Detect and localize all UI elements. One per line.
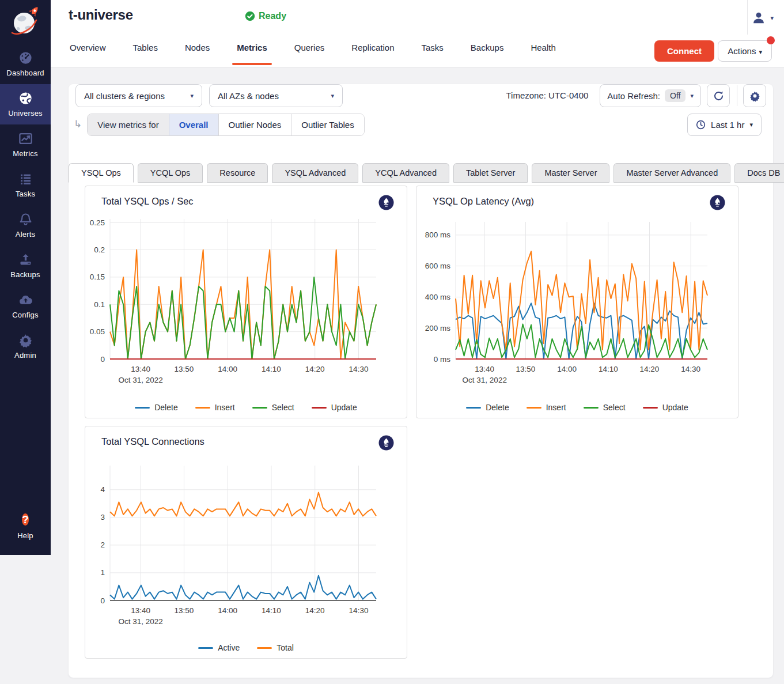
gauge-icon [0, 50, 51, 66]
sidebar-item-metrics[interactable]: Metrics [0, 124, 51, 165]
legend-item-active[interactable]: Active [198, 643, 240, 652]
chevron-down-icon: ▾ [759, 48, 762, 55]
svg-text:0.05: 0.05 [90, 327, 105, 336]
tab-metrics[interactable]: Metrics [236, 43, 268, 67]
svg-text:14:20: 14:20 [305, 365, 325, 373]
legend-item-delete[interactable]: Delete [135, 403, 177, 412]
svg-text:0 ms: 0 ms [434, 355, 451, 364]
chart-legend: ActiveTotal [85, 643, 407, 652]
legend-item-update[interactable]: Update [643, 403, 688, 412]
series-line-active [110, 576, 376, 599]
tab-master-server[interactable]: Master Server [532, 163, 609, 183]
legend-swatch [527, 407, 541, 409]
prometheus-icon[interactable] [710, 195, 725, 213]
tab-queries[interactable]: Queries [293, 43, 326, 67]
legend-item-delete[interactable]: Delete [466, 403, 509, 412]
list-icon [0, 171, 51, 187]
legend-swatch [584, 407, 599, 409]
chevron-down-icon: ▾ [331, 92, 334, 100]
chart-plot-area: 13:4013:5014:0014:1014:2014:30Oct 31, 20… [85, 186, 407, 418]
legend-item-update[interactable]: Update [312, 403, 357, 412]
svg-text:13:50: 13:50 [516, 365, 536, 373]
actions-button[interactable]: Actions▾ [718, 40, 772, 62]
time-range-select[interactable]: Last 1 hr ▾ [687, 114, 762, 136]
view-tab-outlier-nodes[interactable]: Outlier Nodes [218, 114, 291, 135]
chart-legend: DeleteInsertSelectUpdate [85, 403, 407, 412]
check-circle-icon [245, 11, 255, 21]
tab-ycql-ops[interactable]: YCQL Ops [138, 163, 203, 183]
refresh-button[interactable] [707, 84, 730, 107]
universe-nav: Overview Tables Nodes Metrics Queries Re… [69, 43, 557, 67]
view-tab-outlier-tables[interactable]: Outlier Tables [291, 114, 363, 135]
legend-item-select[interactable]: Select [584, 403, 626, 412]
view-tab-overall[interactable]: Overall [169, 114, 218, 135]
charts-grid: 13:4013:5014:0014:1014:2014:30Oct 31, 20… [85, 186, 753, 659]
tab-replication[interactable]: Replication [350, 43, 395, 67]
svg-text:14:00: 14:00 [557, 365, 577, 373]
sidebar-item-label: Dashboard [0, 69, 51, 77]
yugabyte-logo[interactable] [0, 0, 51, 44]
sidebar-item-label: Alerts [0, 230, 51, 239]
legend-label: Update [331, 403, 357, 412]
sidebar-item-universes[interactable]: Universes [0, 84, 51, 124]
tab-resource[interactable]: Resource [207, 163, 268, 183]
chevron-down-icon: ▾ [190, 92, 194, 100]
tab-nodes[interactable]: Nodes [184, 43, 211, 67]
toolbar-divider [737, 85, 737, 106]
timezone-label: Timezone: UTC-0400 [506, 84, 588, 107]
sidebar-item-dashboard[interactable]: Dashboard [0, 44, 51, 84]
cluster-region-value: All clusters & regions [84, 91, 165, 101]
sidebar-item-alerts[interactable]: Alerts [0, 205, 51, 245]
sidebar-item-help[interactable]: ? Help [0, 504, 51, 547]
time-range-value: Last 1 hr [711, 120, 744, 130]
chevron-down-icon: ▾ [749, 121, 753, 129]
svg-text:200 ms: 200 ms [425, 324, 451, 332]
legend-label: Delete [486, 403, 509, 412]
legend-item-insert[interactable]: Insert [195, 403, 235, 412]
settings-button[interactable] [743, 84, 766, 107]
legend-label: Update [662, 403, 688, 412]
status-badge: Ready [245, 11, 286, 21]
sidebar-item-label: Configs [0, 311, 51, 319]
chart-ysql-op-latency: 13:4013:5014:0014:1014:2014:30Oct 31, 20… [416, 186, 738, 418]
connect-button[interactable]: Connect [654, 40, 714, 62]
upload-icon [0, 252, 51, 268]
sidebar-item-admin[interactable]: Admin [0, 326, 51, 366]
svg-text:0.25: 0.25 [90, 218, 105, 227]
chart-title: YSQL Op Latency (Avg) [433, 196, 534, 207]
chart-icon [0, 131, 51, 147]
prometheus-icon[interactable] [378, 195, 394, 213]
help-icon: ? [22, 513, 29, 526]
tab-tables[interactable]: Tables [132, 43, 159, 67]
user-menu[interactable]: ▾ [751, 10, 774, 25]
sidebar-item-configs[interactable]: Configs [0, 286, 51, 326]
user-avatar-icon [751, 10, 766, 25]
chart-plot-area: 13:4013:5014:0014:1014:2014:30Oct 31, 20… [85, 426, 407, 658]
svg-text:0.15: 0.15 [90, 273, 105, 281]
tab-ysql-ops[interactable]: YSQL Ops [69, 163, 134, 183]
az-node-select[interactable]: All AZs & nodes ▾ [209, 84, 343, 107]
tab-tasks[interactable]: Tasks [421, 43, 445, 67]
cluster-region-select[interactable]: All clusters & regions ▾ [75, 84, 202, 107]
legend-label: Select [272, 403, 294, 412]
tab-ycql-advanced[interactable]: YCQL Advanced [362, 163, 449, 183]
tab-health[interactable]: Health [529, 43, 556, 67]
legend-swatch [466, 407, 481, 409]
prometheus-icon[interactable] [378, 435, 394, 453]
tab-docs-db[interactable]: Docs DB [734, 163, 784, 183]
legend-item-select[interactable]: Select [252, 403, 294, 412]
view-metrics-segmented-control: View metrics for Overall Outlier Nodes O… [87, 114, 364, 136]
auto-refresh-control[interactable]: Auto Refresh: Off ▾ [600, 84, 701, 107]
tab-master-server-advanced[interactable]: Master Server Advanced [613, 163, 730, 183]
legend-item-insert[interactable]: Insert [527, 403, 566, 412]
legend-item-total[interactable]: Total [257, 643, 294, 652]
tab-ysql-advanced[interactable]: YSQL Advanced [272, 163, 358, 183]
tab-backups[interactable]: Backups [469, 43, 505, 67]
sidebar-item-backups[interactable]: Backups [0, 245, 51, 286]
tab-tablet-server[interactable]: Tablet Server [453, 163, 528, 183]
tab-overview[interactable]: Overview [69, 43, 107, 67]
sidebar-item-tasks[interactable]: Tasks [0, 165, 51, 205]
svg-text:14:30: 14:30 [349, 365, 369, 373]
svg-text:400 ms: 400 ms [425, 293, 451, 301]
svg-text:4: 4 [100, 485, 105, 494]
